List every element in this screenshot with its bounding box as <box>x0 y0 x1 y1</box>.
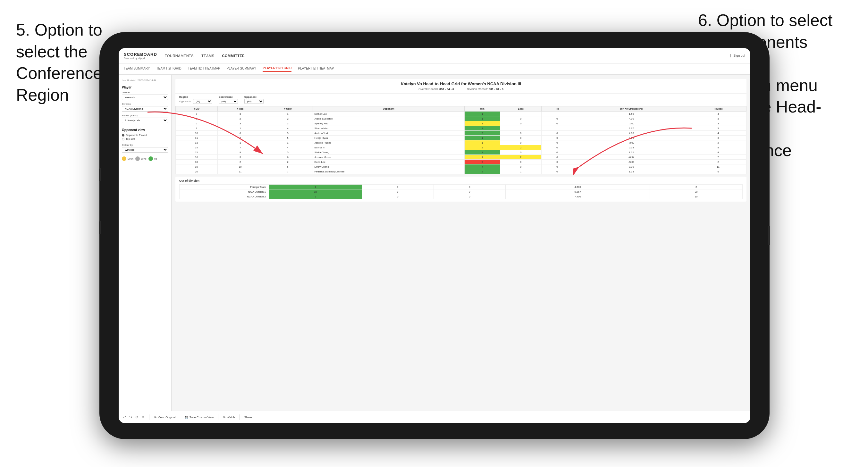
col-conf: # Conf <box>263 106 313 112</box>
col-rounds: Rounds <box>690 106 746 112</box>
redo-icon[interactable]: ↪ <box>129 415 132 419</box>
table-row: 1474 Eunice Yi 220 0.389 <box>176 145 746 150</box>
sign-out-link[interactable]: Sign out <box>733 54 745 57</box>
left-sidebar: Last Updated: 27/03/2024 14:44 Player Ge… <box>119 75 172 423</box>
table-row: 1125 Heejo Hyun 100 3.333 <box>176 135 746 141</box>
grid-records: Overall Record: 353 - 34 - 6 Division Re… <box>179 88 743 91</box>
legend-circle-down <box>122 156 126 161</box>
opponent-filter-group: Opponent (All) <box>244 95 264 104</box>
opponent-filter-sub: (All) <box>244 99 264 104</box>
region-opponents-select[interactable]: (All) <box>193 99 212 104</box>
col-tie: Tie <box>541 106 573 112</box>
nav-divider: | <box>730 54 731 57</box>
table-row: 1822 Euna Lee 000 -5.002 <box>176 160 746 164</box>
nav-tournaments[interactable]: TOURNAMENTS <box>165 54 194 58</box>
opponent-view-title: Opponent view <box>122 128 168 132</box>
share-btn[interactable]: Share <box>244 416 252 419</box>
tablet-volume-up-button <box>99 168 101 181</box>
subnav-player-h2h-grid[interactable]: PLAYER H2H GRID <box>262 66 291 72</box>
gender-select[interactable]: Women's <box>122 95 168 100</box>
history-icon[interactable]: ⊙ <box>135 415 138 419</box>
subnav-player-summary[interactable]: PLAYER SUMMARY <box>227 67 256 71</box>
tablet-volume-down-button <box>99 221 101 234</box>
table-row: 633 Sydney Kuo 100 -1.003 <box>176 121 746 126</box>
nav-teams[interactable]: TEAMS <box>202 54 214 58</box>
out-of-division-section: Out of division Foreign Team 100 4.5002 … <box>176 177 746 201</box>
table-row: 1311 Jessica Huang 100 -3.002 <box>176 141 746 145</box>
conference-filter-group: Conference (All) <box>219 95 238 104</box>
app-navbar: SCOREBOARD Powered by clippd TOURNAMENTS… <box>119 48 750 63</box>
h2h-grid-table: # Div # Reg # Conf Opponent Win Loss Tie… <box>176 106 746 174</box>
table-row: 19106 Emily Chang 400 0.3011 <box>176 164 746 169</box>
radio-dot-top100 <box>122 138 124 141</box>
radio-top-100[interactable]: Top 100 <box>122 137 168 141</box>
tablet-screen: SCOREBOARD Powered by clippd TOURNAMENTS… <box>119 48 750 423</box>
app-logo: SCOREBOARD <box>124 52 157 57</box>
conference-filter-sub: (All) <box>219 99 238 104</box>
table-row: Foreign Team 100 4.5002 <box>180 185 743 189</box>
eye-icon: 👁 <box>154 416 157 419</box>
out-of-division-title: Out of division <box>179 179 743 182</box>
col-opponent: Opponent <box>313 106 464 112</box>
right-content: Katelyn Vo Head-to-Head Grid for Women's… <box>172 75 750 423</box>
col-loss: Loss <box>500 106 541 112</box>
nav-right: | Sign out <box>730 54 745 57</box>
table-row: 20117 Federica Domecq Lacroze 210 1.336 <box>176 169 746 174</box>
subnav-player-h2h-heatmap[interactable]: PLAYER H2H HEATMAP <box>298 67 334 71</box>
player-rank-select[interactable]: 8. Katelyn Vo <box>122 118 168 123</box>
legend-circle-level <box>135 156 140 161</box>
grid-title: Katelyn Vo Head-to-Head Grid for Women's… <box>179 82 743 86</box>
table-row: 914 Sharon Mun 1 3.673 <box>176 126 746 131</box>
colour-by-section: Colour by Win/loss Down Level <box>122 144 168 161</box>
col-win: Win <box>464 106 500 112</box>
save-custom-btn[interactable]: 💾 Save Custom View <box>185 416 214 419</box>
save-icon: 💾 <box>185 416 188 419</box>
table-row: 1063 Andrea York 200 4.004 <box>176 131 746 135</box>
main-content: Last Updated: 27/03/2024 14:44 Player Ge… <box>119 75 750 423</box>
app-logo-sub: Powered by clippd <box>124 57 151 60</box>
subnav-team-h2h-grid[interactable]: TEAM H2H GRID <box>156 67 182 71</box>
opponent-select[interactable]: (All) <box>244 99 264 104</box>
col-diff: Diff Av Strokes/Rnd <box>573 106 690 112</box>
division-select[interactable]: NCAA Division III <box>122 106 168 112</box>
opponent-filter-title: Opponent <box>244 95 264 98</box>
colour-by-label: Colour by <box>122 144 168 147</box>
table-row: 522 Alexis Sudjianto 100 4.003 <box>176 116 746 121</box>
legend-level: Level <box>135 156 147 161</box>
radio-opponents-played[interactable]: Opponents Played <box>122 134 168 136</box>
col-reg: # Reg <box>217 106 263 112</box>
watch-icon: 👁 <box>223 416 226 419</box>
view-original-btn[interactable]: 👁 View: Original <box>154 416 176 419</box>
toolbar-divider-2 <box>180 414 180 420</box>
region-filter-title: Region <box>179 95 212 98</box>
sub-navbar: TEAM SUMMARY TEAM H2H GRID TEAM H2H HEAT… <box>119 63 750 75</box>
out-of-division-table: Foreign Team 100 4.5002 NAIA Division 1 … <box>179 184 743 199</box>
legend-circle-up <box>149 156 153 161</box>
radio-dot-opponents <box>122 134 124 136</box>
grid-header: Katelyn Vo Head-to-Head Grid for Women's… <box>176 79 746 94</box>
nav-committee[interactable]: COMMITTEE <box>222 54 245 58</box>
watch-btn[interactable]: 👁 Watch <box>223 416 235 419</box>
opponent-view-section: Opponent view Opponents Played Top 100 <box>122 128 168 141</box>
last-updated: Last Updated: 27/03/2024 14:44 <box>122 79 168 82</box>
table-row: 1636 Jessica Mason 120 -0.947 <box>176 155 746 160</box>
col-div: # Div <box>176 106 218 112</box>
conference-select[interactable]: (All) <box>219 99 238 104</box>
opponent-view-radio-group: Opponents Played Top 100 <box>122 134 168 141</box>
colour-by-select[interactable]: Win/loss <box>122 147 168 153</box>
division-label: Division <box>122 102 168 105</box>
subnav-team-h2h-heatmap[interactable]: TEAM H2H HEATMAP <box>188 67 220 71</box>
toolbar-divider-3 <box>218 414 218 420</box>
player-rank-label: Player (Rank) <box>122 114 168 117</box>
filter-row: Region Opponents: (All) Conference ( <box>176 94 746 106</box>
toolbar-divider-4 <box>239 414 240 420</box>
table-row: 331 Esther Lee 1 1.504 <box>176 112 746 116</box>
settings-icon[interactable]: ⚙ <box>142 415 145 419</box>
table-row: NAIA Division 1 1500 9.26730 <box>180 189 743 194</box>
legend-up: Up <box>149 156 157 161</box>
subnav-team-summary[interactable]: TEAM SUMMARY <box>124 67 150 71</box>
region-filter-group: Region Opponents: (All) <box>179 95 212 104</box>
legend-down: Down <box>122 156 133 161</box>
undo-icon[interactable]: ↩ <box>123 415 126 419</box>
player-section-title: Player <box>122 86 168 89</box>
